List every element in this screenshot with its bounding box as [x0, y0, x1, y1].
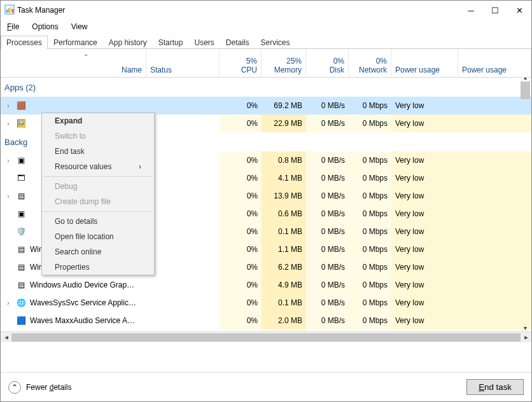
svg-rect-3 — [10, 7, 11, 13]
expand-chevron-icon[interactable]: › — [4, 193, 12, 200]
tab-services[interactable]: Services — [255, 36, 296, 49]
tab-performance[interactable]: Performance — [48, 36, 103, 49]
svg-rect-2 — [8, 8, 10, 13]
process-icon: 🟦 — [16, 315, 26, 326]
table-row[interactable]: 🟦Waves MaxxAudio Service Appli...0%2.0 M… — [1, 312, 531, 329]
tab-processes[interactable]: Processes — [1, 36, 48, 49]
process-icon: ▤ — [16, 244, 26, 254]
context-menu: Expand Switch to End task Resource value… — [41, 113, 155, 275]
process-name: Waves MaxxAudio Service Appli... — [30, 316, 138, 325]
process-icon: ▤ — [16, 262, 26, 272]
process-icon: ▣ — [16, 209, 26, 219]
scroll-left-icon[interactable]: ◂ — [1, 333, 11, 342]
process-name: WavesSysSvc Service Application — [30, 298, 138, 307]
process-icon: 🌐 — [16, 298, 26, 308]
group-header[interactable]: Apps (2) — [1, 78, 531, 97]
process-icon: ▣ — [16, 155, 26, 165]
col-disk[interactable]: 0%Disk — [306, 49, 349, 77]
col-power-usage-2[interactable]: Power usage — [458, 49, 531, 77]
close-button[interactable]: ✕ — [507, 2, 531, 18]
ctx-go-to-details[interactable]: Go to details — [42, 214, 154, 229]
col-memory[interactable]: 25%Memory — [262, 49, 306, 77]
ctx-open-file-location[interactable]: Open file location — [42, 229, 154, 244]
ctx-properties[interactable]: Properties — [42, 260, 154, 275]
col-name[interactable]: ⌄ Name — [1, 49, 146, 77]
app-icon — [4, 4, 15, 17]
process-icon: 🛡️ — [16, 226, 26, 237]
ctx-resource-values[interactable]: Resource values› — [42, 159, 154, 174]
fewer-details-button[interactable]: ⌃ Fewer details — [8, 381, 71, 394]
vertical-scrollbar[interactable]: ▴ ▾ — [521, 78, 530, 331]
expand-chevron-icon[interactable]: › — [4, 157, 12, 164]
tab-users[interactable]: Users — [188, 36, 220, 49]
scrollbar-thumb-h[interactable] — [11, 333, 521, 342]
menu-view[interactable]: View — [69, 21, 90, 32]
table-row[interactable]: ›🌐WavesSysSvc Service Application0%0.1 M… — [1, 294, 531, 312]
title-bar: Task Manager ─ ☐ ✕ — [1, 1, 531, 20]
process-icon: 🟫 — [16, 100, 26, 111]
tab-startup[interactable]: Startup — [153, 36, 189, 49]
ctx-search-online[interactable]: Search online — [42, 244, 154, 260]
column-headers[interactable]: ⌄ Name Status 5%CPU 25%Memory 0%Disk 0%N… — [1, 49, 531, 78]
menu-bar: File Options View — [1, 20, 531, 34]
table-row[interactable]: ›🟫0%69.2 MB0 MB/s0 MbpsVery low — [1, 97, 531, 114]
scroll-right-icon[interactable]: ▸ — [521, 333, 531, 342]
col-power-usage[interactable]: Power usage — [391, 49, 458, 77]
ctx-expand[interactable]: Expand — [42, 113, 154, 128]
tab-app-history[interactable]: App history — [103, 36, 153, 49]
process-icon: ▤ — [16, 191, 26, 201]
maximize-button[interactable]: ☐ — [483, 2, 507, 18]
tab-bar: Processes Performance App history Startu… — [1, 34, 531, 49]
menu-options[interactable]: Options — [29, 21, 60, 32]
process-name: Windows Audio Device Graph Is... — [30, 281, 138, 289]
footer-bar: ⌃ Fewer details End task — [1, 372, 531, 401]
col-cpu[interactable]: 5%CPU — [220, 49, 262, 77]
tab-details[interactable]: Details — [220, 36, 255, 49]
svg-rect-4 — [12, 9, 13, 13]
ctx-end-task[interactable]: End task — [42, 144, 154, 159]
menu-file[interactable]: File — [4, 21, 22, 32]
ctx-create-dump: Create dump file — [42, 194, 154, 209]
chevron-right-icon: › — [139, 162, 141, 171]
col-network[interactable]: 0%Network — [349, 49, 391, 77]
expand-chevron-icon[interactable]: › — [4, 300, 12, 307]
chevron-up-icon: ⌃ — [8, 381, 21, 394]
ctx-debug: Debug — [42, 179, 154, 194]
table-row[interactable]: ▤Windows Audio Device Graph Is...0%4.9 M… — [1, 276, 531, 294]
expand-chevron-icon[interactable]: › — [4, 120, 12, 127]
scroll-up-icon[interactable]: ▴ — [521, 78, 530, 81]
scroll-down-icon[interactable]: ▾ — [521, 324, 530, 331]
col-status[interactable]: Status — [146, 49, 220, 77]
process-icon: ▤ — [16, 280, 26, 290]
separator — [43, 176, 153, 177]
end-task-button[interactable]: End task — [466, 379, 524, 395]
svg-rect-1 — [6, 10, 8, 13]
horizontal-scrollbar[interactable]: ◂ ▸ — [1, 331, 531, 342]
expand-chevron-icon[interactable]: › — [4, 102, 12, 109]
process-icon: 🗔 — [16, 173, 26, 183]
separator — [43, 211, 153, 212]
process-icon: 🖼️ — [16, 118, 26, 128]
window-title: Task Manager — [15, 6, 65, 15]
chevron-down-icon: ⌄ — [83, 50, 88, 57]
scrollbar-thumb[interactable] — [521, 81, 530, 99]
ctx-switch-to: Switch to — [42, 128, 154, 144]
minimize-button[interactable]: ─ — [459, 2, 483, 18]
